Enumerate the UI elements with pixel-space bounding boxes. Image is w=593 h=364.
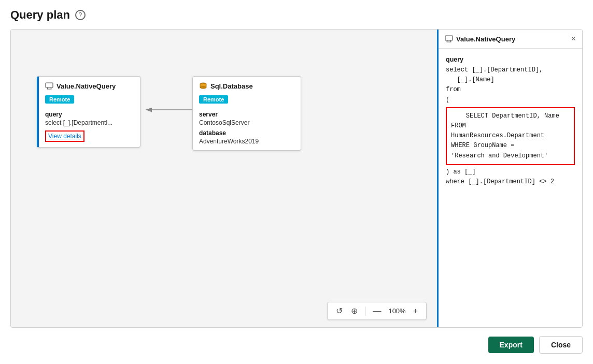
database-icon: [199, 82, 207, 90]
toolbar-divider: [365, 307, 365, 316]
undo-button[interactable]: ↺: [333, 305, 346, 317]
node-left-header: Value.NativeQuery: [45, 82, 134, 90]
footer: Export Close: [10, 336, 583, 354]
node-right-database-label: database: [199, 129, 294, 137]
node-value-native-query: Value.NativeQuery Remote query select [_…: [37, 76, 140, 148]
detail-query-lines: select [_].[DepartmentID], [_].[Name] fr…: [446, 65, 575, 105]
svg-rect-2: [46, 83, 53, 88]
svg-point-8: [200, 86, 206, 89]
detail-close-button[interactable]: ×: [571, 35, 576, 43]
main-area: Value.NativeQuery Remote query select [_…: [10, 29, 583, 328]
zoom-in-button[interactable]: +: [410, 305, 421, 317]
detail-query-label: query: [446, 56, 575, 63]
canvas-toolbar: ↺ ⊕ — 100% +: [327, 302, 427, 320]
detail-monitor-icon: [445, 35, 453, 43]
zoom-out-button[interactable]: —: [370, 305, 384, 317]
zoom-value: 100%: [386, 307, 407, 315]
node-left-query-value: select [_].[Departmentl...: [45, 119, 134, 126]
view-details-link[interactable]: View details: [45, 130, 84, 142]
export-button[interactable]: Export: [488, 337, 534, 353]
canvas-area[interactable]: Value.NativeQuery Remote query select [_…: [11, 30, 437, 327]
node-right-header: Sql.Database: [199, 82, 294, 90]
detail-panel: Value.NativeQuery × query select [_].[De…: [437, 30, 582, 327]
node-right-server-label: server: [199, 111, 294, 118]
node-right-badge: Remote: [199, 95, 228, 104]
node-right-title: Sql.Database: [210, 82, 253, 90]
detail-panel-title-area: Value.NativeQuery: [445, 35, 515, 43]
dialog-header: Query plan ?: [10, 8, 583, 22]
svg-rect-11: [445, 36, 453, 40]
node-left-title: Value.NativeQuery: [57, 82, 116, 90]
page-title: Query plan: [10, 8, 70, 22]
monitor-icon: [45, 82, 53, 90]
detail-panel-header: Value.NativeQuery ×: [439, 30, 582, 49]
node-right-server-value: ContosoSqlServer: [199, 119, 294, 126]
node-right-database-value: AdventureWorks2019: [199, 138, 294, 145]
node-left-badge: Remote: [45, 95, 74, 104]
connector-arrow: [11, 30, 437, 327]
detail-highlighted-sql: SELECT DepartmentID, Name FROM HumanReso…: [446, 107, 575, 165]
detail-panel-title-text: Value.NativeQuery: [456, 35, 515, 43]
help-icon[interactable]: ?: [75, 10, 86, 20]
node-left-query-label: query: [45, 111, 134, 118]
move-button[interactable]: ⊕: [348, 305, 361, 317]
close-button[interactable]: Close: [539, 336, 583, 354]
node-sql-database: Sql.Database Remote server ContosoSqlSer…: [192, 76, 301, 151]
detail-after-lines: ) as [_] where [_].[DepartmentID] <> 2: [446, 167, 575, 187]
detail-panel-body: query select [_].[DepartmentID], [_].[Na…: [439, 49, 582, 327]
